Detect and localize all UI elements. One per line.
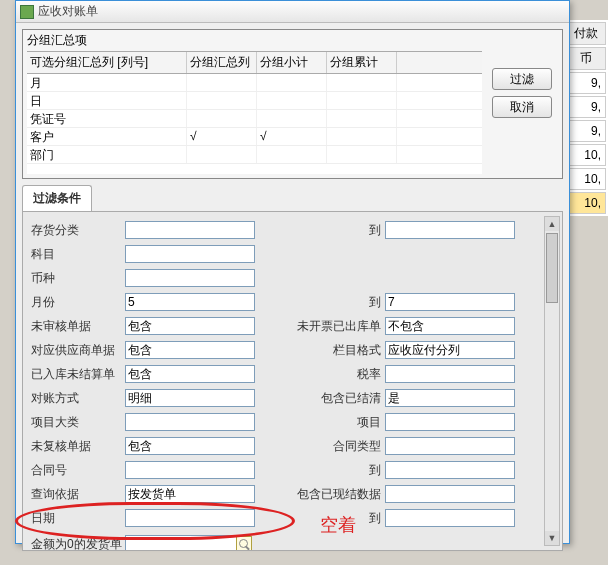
group-grid[interactable]: 可选分组汇总列 [列号] 分组汇总列 分组小计 分组累计 月日凭证号客户√√部门 (27, 51, 482, 174)
scrollbar[interactable]: ▲ ▼ (544, 216, 560, 546)
field-label: 已入库未结算单 (25, 366, 125, 383)
field-input[interactable] (125, 509, 255, 527)
field-input[interactable] (125, 341, 255, 359)
field-input[interactable] (125, 413, 255, 431)
field-label-zero-amount: 金额为0的发货单 (25, 536, 125, 552)
field-label: 项目 (275, 414, 385, 431)
group-summary-title: 分组汇总项 (23, 30, 562, 51)
scroll-down-icon[interactable]: ▼ (545, 531, 559, 545)
field-label: 合同号 (25, 462, 125, 479)
field-label: 对账方式 (25, 390, 125, 407)
field-input[interactable] (385, 509, 515, 527)
field-input[interactable] (125, 317, 255, 335)
grid-header: 可选分组汇总列 [列号] 分组汇总列 分组小计 分组累计 (27, 52, 482, 74)
filter-button[interactable]: 过滤 (492, 68, 552, 90)
table-row[interactable]: 日 (27, 92, 482, 110)
field-input[interactable] (125, 293, 255, 311)
app-icon (20, 5, 34, 19)
field-label: 到 (275, 294, 385, 311)
table-row[interactable]: 月 (27, 74, 482, 92)
field-label: 栏目格式 (275, 342, 385, 359)
field-label: 存货分类 (25, 222, 125, 239)
field-label: 到 (275, 510, 385, 527)
field-input[interactable] (385, 485, 515, 503)
field-input[interactable] (385, 221, 515, 239)
window-title: 应收对账单 (38, 3, 98, 20)
field-input[interactable] (385, 389, 515, 407)
field-label: 科目 (25, 246, 125, 263)
scroll-thumb[interactable] (546, 233, 558, 303)
table-row[interactable]: 部门 (27, 146, 482, 164)
field-input[interactable] (385, 437, 515, 455)
field-label: 未开票已出库单 (275, 318, 385, 335)
field-input[interactable] (385, 365, 515, 383)
field-input[interactable] (385, 293, 515, 311)
field-input[interactable] (385, 341, 515, 359)
field-input[interactable] (125, 437, 255, 455)
table-row[interactable]: 凭证号 (27, 110, 482, 128)
background-table: 付款 币 9, 9, 9, 10, 10, 10, (564, 20, 608, 216)
field-label: 未审核单据 (25, 318, 125, 335)
filter-panel: 存货分类科目币种月份未审核单据对应供应商单据已入库未结算单对账方式项目大类未复核… (22, 211, 563, 551)
group-summary-box: 分组汇总项 可选分组汇总列 [列号] 分组汇总列 分组小计 分组累计 月日凭证号… (22, 29, 563, 179)
field-label: 日期 (25, 510, 125, 527)
field-label: 包含已现结数据 (275, 486, 385, 503)
search-icon[interactable] (236, 536, 252, 551)
zero-amount-input[interactable] (125, 535, 237, 551)
field-label: 项目大类 (25, 414, 125, 431)
field-input[interactable] (385, 413, 515, 431)
field-label: 到 (275, 462, 385, 479)
field-label: 未复核单据 (25, 438, 125, 455)
field-label: 包含已结清 (275, 390, 385, 407)
scroll-up-icon[interactable]: ▲ (545, 217, 559, 231)
field-input[interactable] (385, 461, 515, 479)
field-label: 税率 (275, 366, 385, 383)
dialog-window: 应收对账单 分组汇总项 可选分组汇总列 [列号] 分组汇总列 分组小计 分组累计… (15, 0, 570, 544)
field-input[interactable] (125, 365, 255, 383)
field-input[interactable] (125, 221, 255, 239)
field-input[interactable] (125, 245, 255, 263)
cancel-button[interactable]: 取消 (492, 96, 552, 118)
field-input[interactable] (125, 389, 255, 407)
titlebar[interactable]: 应收对账单 (16, 1, 569, 23)
field-label: 到 (275, 222, 385, 239)
tab-filter-conditions[interactable]: 过滤条件 (22, 185, 92, 211)
field-input[interactable] (125, 485, 255, 503)
field-label: 查询依据 (25, 486, 125, 503)
table-row[interactable]: 客户√√ (27, 128, 482, 146)
field-input[interactable] (125, 461, 255, 479)
field-input[interactable] (385, 317, 515, 335)
field-label: 币种 (25, 270, 125, 287)
field-label: 月份 (25, 294, 125, 311)
field-input[interactable] (125, 269, 255, 287)
field-label: 对应供应商单据 (25, 342, 125, 359)
field-label: 合同类型 (275, 438, 385, 455)
